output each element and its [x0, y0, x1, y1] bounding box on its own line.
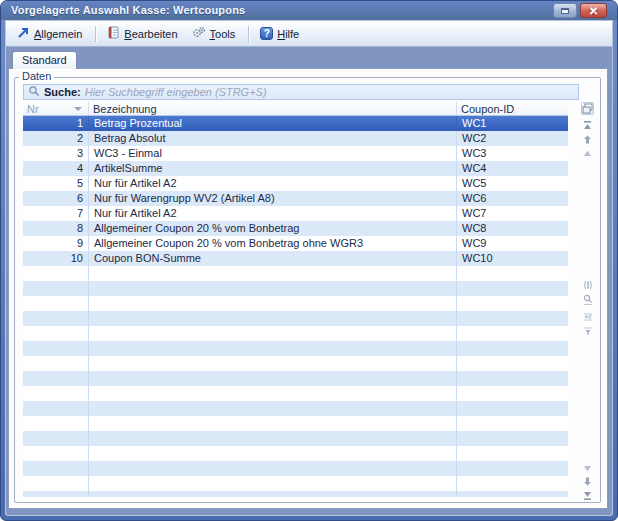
table-row[interactable]: 3WC3 - EinmalWC3 — [23, 146, 568, 161]
cell-bezeichnung — [89, 371, 457, 386]
filter-row-button[interactable] — [581, 324, 594, 337]
cell-coupon-id — [457, 401, 568, 416]
cell-coupon-id — [457, 311, 568, 326]
cell-nr — [23, 371, 89, 386]
menu-tools[interactable]: Tools — [187, 24, 243, 43]
menu-allgemein[interactable]: Allgemein — [12, 24, 89, 43]
table-empty-row — [23, 431, 568, 446]
cell-nr — [23, 431, 89, 446]
triangle-down-icon — [583, 464, 592, 473]
cell-coupon-id — [457, 281, 568, 296]
cell-coupon-id — [457, 386, 568, 401]
cell-bezeichnung — [89, 386, 457, 401]
daten-groupbox: Daten Suche: Hier Suchbegriff eingeben (… — [14, 77, 601, 503]
cell-nr — [23, 356, 89, 371]
cell-coupon-id — [457, 431, 568, 446]
table-row[interactable]: 5Nur für Artikel A2WC5 — [23, 176, 568, 191]
cell-nr — [23, 491, 89, 497]
move-up-button[interactable] — [581, 133, 594, 146]
cell-nr — [23, 386, 89, 401]
column-header-nr[interactable]: Nr — [23, 102, 89, 115]
table-empty-row — [23, 476, 568, 491]
table-row[interactable]: 1Betrag ProzentualWC1 — [23, 116, 568, 131]
cell-nr — [23, 476, 89, 491]
scroll-up-button[interactable] — [581, 147, 594, 160]
cell-coupon-id: WC10 — [457, 251, 568, 266]
table-body: 1Betrag ProzentualWC12Betrag AbsolutWC23… — [23, 116, 568, 497]
cell-nr — [23, 281, 89, 296]
window-controls — [553, 3, 607, 18]
column-chooser-icon — [582, 103, 593, 114]
cell-nr — [23, 326, 89, 341]
table-empty-row — [23, 311, 568, 326]
cell-bezeichnung — [89, 461, 457, 476]
table-row[interactable]: 6Nur für Warengrupp WV2 (Artikel A8)WC6 — [23, 191, 568, 206]
tab-standard[interactable]: Standard — [12, 51, 77, 69]
column-header-coupon-id[interactable]: Coupon-ID — [457, 102, 568, 115]
data-grid: Nr Bezeichnung Coupon-ID 1Betrag Prozent… — [23, 102, 568, 497]
table-empty-row — [23, 326, 568, 341]
sort-arrow-icon — [74, 107, 82, 111]
column-header-bezeichnung[interactable]: Bezeichnung — [89, 102, 457, 115]
maximize-button[interactable] — [553, 3, 577, 18]
table-row[interactable]: 4ArtikelSummeWC4 — [23, 161, 568, 176]
toolbar-separator — [95, 26, 96, 42]
scroll-down-button[interactable] — [581, 462, 594, 475]
menu-label: Allgemein — [34, 28, 82, 40]
menu-label: Tools — [210, 28, 236, 40]
triangle-up-icon — [583, 149, 592, 158]
cell-coupon-id — [457, 476, 568, 491]
cell-nr — [23, 416, 89, 431]
cell-bezeichnung — [89, 401, 457, 416]
close-button[interactable] — [580, 3, 607, 18]
table-empty-row — [23, 341, 568, 356]
table-row[interactable]: 8Allgemeiner Coupon 20 % vom BonbetragWC… — [23, 221, 568, 236]
move-down-button[interactable] — [581, 475, 594, 488]
cell-coupon-id: WC9 — [457, 236, 568, 251]
cell-bezeichnung — [89, 416, 457, 431]
cell-nr — [23, 266, 89, 281]
toolbar-separator — [248, 26, 249, 42]
scroll-first-icon — [583, 121, 592, 131]
cell-bezeichnung — [89, 476, 457, 491]
cell-bezeichnung: Nur für Warengrupp WV2 (Artikel A8) — [89, 191, 457, 206]
table-row[interactable]: 2Betrag AbsolutWC2 — [23, 131, 568, 146]
table-empty-row — [23, 446, 568, 461]
column-chooser-button[interactable] — [581, 102, 594, 115]
window-body: Allgemein Bearbeiten — [5, 20, 613, 516]
summary-footer-button[interactable] — [581, 309, 594, 322]
scroll-first-button[interactable] — [581, 119, 594, 132]
table-row[interactable]: 9Allgemeiner Coupon 20 % vom Bonbetrag o… — [23, 236, 568, 251]
table-empty-row — [23, 296, 568, 311]
menu-hilfe[interactable]: ? Hilfe — [255, 25, 306, 42]
arrow-down-icon — [583, 477, 592, 486]
cell-bezeichnung — [89, 326, 457, 341]
cell-bezeichnung: Nur für Artikel A2 — [89, 176, 457, 191]
group-panel-button[interactable] — [581, 278, 594, 291]
grid-header-row: Nr Bezeichnung Coupon-ID — [23, 102, 568, 116]
search-bar[interactable]: Suche: Hier Suchbegriff eingeben (STRG+S… — [23, 84, 579, 100]
cell-bezeichnung: Betrag Prozentual — [89, 116, 457, 131]
search-panel-button[interactable] — [581, 293, 594, 306]
cell-coupon-id: WC8 — [457, 221, 568, 236]
search-icon — [28, 85, 40, 99]
grid-side-toolbar — [579, 102, 596, 497]
cell-bezeichnung — [89, 356, 457, 371]
cell-coupon-id — [457, 341, 568, 356]
table-row[interactable]: 10Coupon BON-SummeWC10 — [23, 251, 568, 266]
summary-footer-icon — [583, 311, 593, 321]
titlebar[interactable]: Vorgelagerte Auswahl Kasse: Wertcoupons — [1, 1, 617, 20]
table-row[interactable]: 7Nur für Artikel A2WC7 — [23, 206, 568, 221]
cell-coupon-id: WC3 — [457, 146, 568, 161]
cell-coupon-id — [457, 326, 568, 341]
cell-coupon-id — [457, 461, 568, 476]
menu-label: Hilfe — [277, 28, 299, 40]
cell-bezeichnung — [89, 311, 457, 326]
cell-nr: 3 — [23, 146, 89, 161]
scroll-last-button[interactable] — [581, 488, 594, 501]
arrow-up-icon — [583, 135, 592, 144]
cell-bezeichnung — [89, 266, 457, 281]
cell-nr: 10 — [23, 251, 89, 266]
cell-coupon-id: WC1 — [457, 116, 568, 131]
menu-bearbeiten[interactable]: Bearbeiten — [102, 24, 184, 43]
